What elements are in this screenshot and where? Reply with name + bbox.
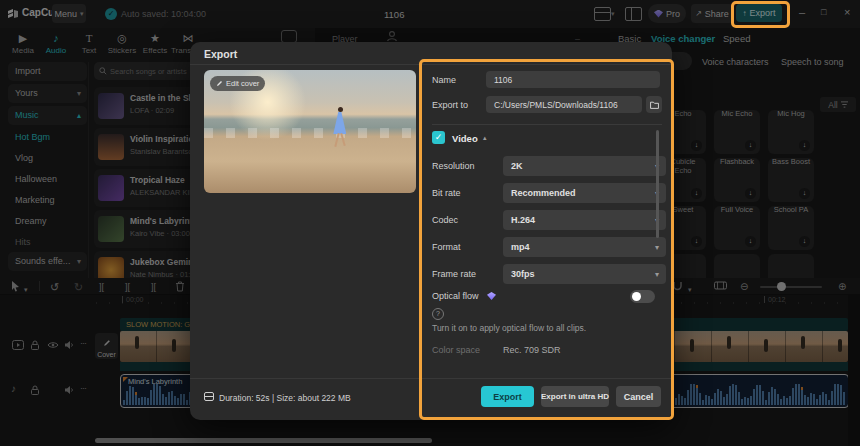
optical-flow-toggle[interactable] <box>630 290 655 303</box>
delete-right-icon[interactable]: ][ <box>151 281 156 293</box>
sidebar-item-marketing[interactable]: Marketing <box>8 191 87 210</box>
close-icon[interactable]: × <box>844 6 850 18</box>
pro-gem-icon <box>654 10 663 18</box>
track-more-icon[interactable]: ··· <box>80 338 86 348</box>
track-more-icon[interactable]: ··· <box>80 383 86 393</box>
voice-effect-tile[interactable]: Mic Hog ↓ <box>768 110 814 154</box>
zoom-out-icon[interactable]: ⊖ <box>740 281 748 293</box>
sticker-icon: ◎ <box>105 31 139 46</box>
voice-effect-tile[interactable]: Bass Boost ↓ <box>768 158 814 202</box>
snap-icon[interactable] <box>672 281 683 291</box>
download-icon[interactable]: ↓ <box>799 140 810 151</box>
segment-voice-characters[interactable]: Voice characters <box>702 57 769 67</box>
download-icon[interactable]: ↓ <box>745 236 756 247</box>
minimize-icon[interactable]: – <box>799 6 805 18</box>
zoom-slider[interactable] <box>760 286 822 288</box>
lock-icon[interactable] <box>30 385 40 395</box>
select-tool-icon[interactable] <box>10 280 21 292</box>
tab-stickers[interactable]: ◎ Stickers <box>105 31 139 55</box>
codec-select[interactable]: H.264 ▾ <box>503 210 666 230</box>
zoom-in-icon[interactable]: ⊕ <box>838 281 846 293</box>
sidebar-item-music[interactable]: Music▴ <box>8 106 87 125</box>
panel-toggle-icon[interactable] <box>625 7 642 21</box>
help-icon[interactable]: ? <box>432 308 444 320</box>
tab-media[interactable]: ▶ Media <box>6 31 40 55</box>
browse-folder-button[interactable] <box>646 96 662 113</box>
sidebar-item-hits[interactable]: Hits <box>8 233 87 252</box>
framerate-select[interactable]: 30fps ▾ <box>503 264 666 284</box>
voice-effect-tile[interactable]: Full Voice ↓ <box>714 206 760 250</box>
pro-button[interactable]: Pro <box>648 4 686 23</box>
zoom-slider-handle[interactable] <box>777 282 786 291</box>
menu-button[interactable]: Menu ▾ <box>52 4 86 23</box>
sidebar-item-dreamy[interactable]: Dreamy <box>8 212 87 231</box>
chevron-down-icon: ▾ <box>80 10 84 18</box>
sidebar-item-hot-bgm[interactable]: Hot Bgm <box>8 128 87 147</box>
search-input[interactable]: Search songs or artists <box>94 62 204 80</box>
edit-cover-button[interactable]: Edit cover <box>210 76 265 91</box>
toolbar-divider <box>39 281 40 291</box>
resolution-select[interactable]: 2K ▾ <box>503 156 666 176</box>
voice-effect-tile[interactable] <box>768 254 814 278</box>
maximize-icon[interactable]: □ <box>821 7 826 17</box>
cover-preview: Edit cover <box>204 70 416 193</box>
video-checkbox[interactable]: ✓ <box>432 131 445 144</box>
delete-icon[interactable] <box>175 281 185 292</box>
voice-effect-tile[interactable] <box>714 254 760 278</box>
sidebar-item-sound-effects[interactable]: Sounds effe...▾ <box>8 252 87 271</box>
voice-effect-tile[interactable]: School PA ↓ <box>768 206 814 250</box>
lock-icon[interactable] <box>30 340 40 350</box>
bitrate-select[interactable]: Recommended ▾ <box>503 183 666 203</box>
download-icon[interactable]: ↓ <box>691 188 702 199</box>
tab-text[interactable]: T Text <box>72 31 106 55</box>
delete-left-icon[interactable]: ][ <box>125 281 130 293</box>
sidebar-item-vlog[interactable]: Vlog <box>8 149 87 168</box>
sidebar-item-import[interactable]: Import <box>8 62 87 81</box>
cover-button[interactable]: Cover <box>95 333 118 359</box>
tab-audio[interactable]: ♪ Audio <box>39 31 73 55</box>
export-confirm-button[interactable]: Export <box>481 386 534 407</box>
voice-effect-tile[interactable]: Mic Echo ↓ <box>714 110 760 154</box>
filter-all-button[interactable]: All <box>820 97 856 112</box>
sidebar-item-halloween[interactable]: Halloween <box>8 170 87 189</box>
redo-icon[interactable]: ↻ <box>74 281 83 293</box>
cancel-button[interactable]: Cancel <box>616 386 661 407</box>
bitrate-label: Bit rate <box>432 188 461 198</box>
mute-icon[interactable] <box>64 385 75 395</box>
capcut-window: CapCut Menu ▾ ✓ Auto saved: 10:04:00 110… <box>0 0 860 446</box>
download-icon[interactable]: ↓ <box>691 236 702 247</box>
download-icon[interactable]: ↓ <box>799 236 810 247</box>
tab-speed[interactable]: Speed <box>723 33 750 44</box>
export-summary: Duration: 52s | Size: about 222 MB <box>219 393 351 403</box>
eye-icon[interactable] <box>47 340 59 350</box>
layout-caret-icon[interactable]: ▾ <box>611 10 615 18</box>
download-icon[interactable]: ↓ <box>799 188 810 199</box>
sidebar-item-yours[interactable]: Yours▾ <box>8 84 87 103</box>
sea-foam <box>204 128 416 138</box>
mute-icon[interactable] <box>64 340 75 350</box>
download-icon[interactable]: ↓ <box>745 188 756 199</box>
tab-effects[interactable]: ★ Effects <box>138 31 172 55</box>
format-select[interactable]: mp4 ▾ <box>503 237 666 257</box>
undo-icon[interactable]: ↺ <box>50 281 59 293</box>
filters-icon[interactable] <box>386 30 398 42</box>
horizontal-scrollbar[interactable] <box>95 438 432 443</box>
snap-caret-icon[interactable]: ▾ <box>688 284 692 296</box>
split-icon[interactable]: ][ <box>99 281 104 293</box>
layout-toggle-icon[interactable] <box>594 7 611 21</box>
export-ultra-hd-button[interactable]: Export in ultra HD <box>541 386 609 407</box>
name-input[interactable]: 1106 <box>486 71 660 88</box>
segment-speech-to-song[interactable]: Speech to song <box>781 57 844 67</box>
document-title: 1106 <box>384 9 404 20</box>
share-button[interactable]: ↗ Share <box>691 4 733 23</box>
download-icon[interactable]: ↓ <box>691 140 702 151</box>
voice-effect-tile[interactable]: Flashback ↓ <box>714 158 760 202</box>
export-button-top[interactable]: ↑ Export <box>736 4 782 22</box>
export-path-input[interactable]: C:/Users/PMLS/Downloads/1106 <box>486 96 642 113</box>
collapse-icon[interactable]: ▴ <box>483 134 487 142</box>
preview-axis-icon[interactable] <box>714 281 727 291</box>
download-icon[interactable]: ↓ <box>745 140 756 151</box>
select-caret-icon[interactable]: ▾ <box>24 284 28 296</box>
capcut-logo-icon <box>7 8 19 20</box>
form-scrollbar[interactable] <box>656 130 659 238</box>
